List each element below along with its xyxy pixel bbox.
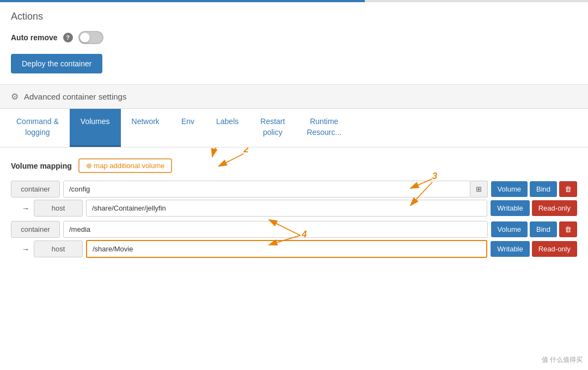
svg-text:2: 2 [243,147,249,154]
arrow-icon-1: → [22,204,30,213]
tab-runtime-resources[interactable]: RuntimeResourc... [296,109,352,147]
tabs-container: Command &logging Volumes Network Env Lab… [0,109,588,147]
bind-button-1[interactable]: Bind [530,181,557,197]
auto-remove-toggle[interactable] [78,31,103,44]
deploy-button[interactable]: Deploy the container [11,54,102,73]
delete-volume-button-1[interactable]: 🗑 [559,181,577,197]
readonly-button-2[interactable]: Read-only [532,241,577,257]
volume-host-row-2: → host Writable Read-only [11,240,577,258]
help-icon[interactable]: ? [63,33,73,42]
volume-group-2: container Volume Bind 🗑 → host Writable … [11,221,577,258]
host-path-input-2[interactable] [86,240,487,258]
actions-section: Actions Auto remove ? Deploy the contain… [0,2,588,85]
tab-network[interactable]: Network [121,109,170,147]
gear-icon: ⚙ [11,91,19,102]
access-group-1: Writable Read-only [491,200,577,216]
host-path-input-1[interactable] [86,200,487,217]
container-path-input-1[interactable] [63,181,470,198]
map-additional-volume-button[interactable]: ⊕ map additional volume [78,158,173,173]
volume-type-group-1: Volume Bind 🗑 [491,181,577,197]
volume-type-group-2: Volume Bind 🗑 [491,221,577,237]
container-path-input-2[interactable] [63,221,488,238]
volume-type-button-2[interactable]: Volume [491,221,528,237]
volume-container-row-2: container Volume Bind 🗑 [11,221,577,238]
container-label-1: container [11,181,60,198]
volume-mapping-label: Volume mapping [11,162,72,170]
volume-mapping-header: Volume mapping ⊕ map additional volume [11,158,577,173]
readonly-button-1[interactable]: Read-only [532,200,577,216]
container-label-2: container [11,221,60,238]
auto-remove-label: Auto remove [11,33,58,42]
browse-container-1[interactable]: ⊞ [470,181,488,198]
access-group-2: Writable Read-only [491,241,577,257]
writable-button-2[interactable]: Writable [491,241,529,257]
main-content: Volume mapping ⊕ map additional volume c… [0,147,588,273]
tab-labels[interactable]: Labels [205,109,249,147]
tab-env[interactable]: Env [170,109,205,147]
volume-container-row-1: container ⊞ Volume Bind 🗑 [11,181,577,198]
bind-button-2[interactable]: Bind [530,221,557,237]
actions-title: Actions [11,11,577,22]
advanced-settings-section: ⚙ Advanced container settings [0,85,588,109]
volume-host-row-1: → host Writable Read-only [11,200,577,217]
arrow-icon-2: → [22,245,30,254]
delete-volume-button-2[interactable]: 🗑 [559,221,577,237]
host-label-1: host [34,200,83,217]
auto-remove-row: Auto remove ? [11,31,577,44]
writable-button-1[interactable]: Writable [491,200,529,216]
volume-group-1: container ⊞ Volume Bind 🗑 → host Writabl… [11,181,577,217]
host-label-2: host [34,240,83,257]
tab-command-logging[interactable]: Command &logging [5,109,70,147]
volume-type-button-1[interactable]: Volume [491,181,528,197]
tab-volumes[interactable]: Volumes [70,109,121,147]
advanced-settings-title: Advanced container settings [24,92,126,101]
tab-restart-policy[interactable]: Restartpolicy [249,109,296,147]
